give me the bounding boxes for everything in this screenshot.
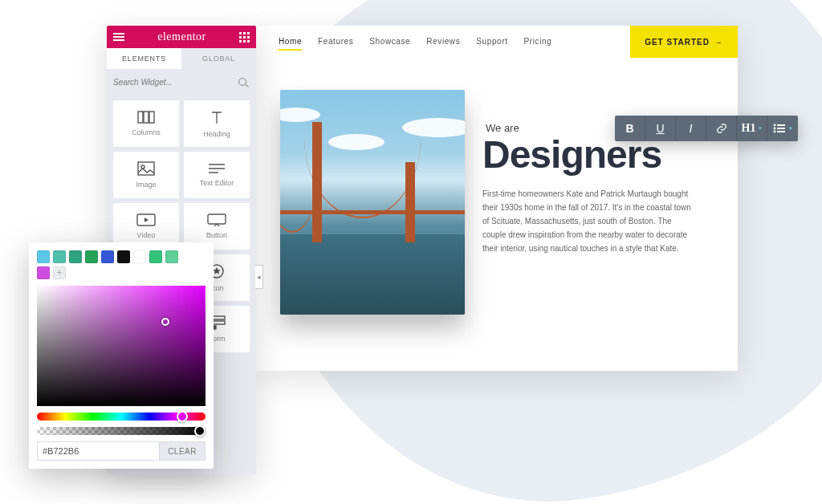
- swatch[interactable]: [53, 250, 66, 263]
- add-swatch-button[interactable]: +: [53, 266, 66, 279]
- elementor-tabs: ELEMENTS GLOBAL: [107, 48, 256, 69]
- saturation-field[interactable]: [37, 286, 206, 406]
- hamburger-icon[interactable]: [113, 33, 124, 41]
- svg-point-15: [774, 124, 776, 127]
- svg-point-19: [774, 131, 776, 133]
- alpha-slider[interactable]: [37, 427, 206, 435]
- search-input[interactable]: [113, 75, 250, 89]
- hero-body[interactable]: First-time homeowners Kate and Patrick M…: [482, 187, 691, 255]
- widget-label: Image: [136, 181, 156, 189]
- widget-label: Heading: [203, 130, 230, 138]
- svg-rect-2: [149, 112, 154, 123]
- widget-label: Text Editor: [200, 179, 234, 187]
- bold-button[interactable]: B: [615, 116, 645, 141]
- text-icon: [208, 163, 226, 174]
- swatch[interactable]: [69, 250, 82, 263]
- svg-rect-6: [208, 214, 226, 224]
- italic-button[interactable]: I: [676, 116, 706, 141]
- elementor-header: elementor: [107, 26, 256, 48]
- nav-reviews[interactable]: Reviews: [426, 34, 460, 51]
- swatch-row-1: [37, 250, 206, 263]
- widget-label: Button: [206, 231, 227, 239]
- svg-rect-20: [777, 131, 785, 132]
- swatch[interactable]: [117, 250, 130, 263]
- swatch[interactable]: [165, 250, 178, 263]
- hero-section: We are Designers First-time homeowners K…: [256, 58, 738, 331]
- swatch[interactable]: [133, 250, 146, 263]
- nav-support[interactable]: Support: [476, 34, 507, 51]
- get-started-button[interactable]: GET STARTED: [630, 26, 738, 58]
- swatch[interactable]: [101, 250, 114, 263]
- hue-handle[interactable]: [177, 411, 188, 422]
- widget-label: Video: [137, 231, 156, 239]
- widget-heading[interactable]: Heading: [184, 100, 250, 147]
- svg-rect-18: [777, 128, 785, 129]
- search-icon: [238, 78, 246, 86]
- svg-rect-16: [777, 124, 785, 126]
- video-icon: [136, 213, 156, 226]
- collapse-panel-toggle[interactable]: ◂: [255, 265, 263, 289]
- swatch[interactable]: [37, 250, 50, 263]
- saturation-handle[interactable]: [161, 318, 169, 326]
- swatch-row-2: +: [37, 266, 206, 279]
- hero-image: [280, 90, 465, 315]
- tab-global[interactable]: GLOBAL: [181, 48, 256, 69]
- clear-button[interactable]: CLEAR: [160, 441, 206, 461]
- swatch[interactable]: [37, 266, 50, 279]
- widget-text-editor[interactable]: Text Editor: [184, 152, 250, 198]
- underline-button[interactable]: U: [645, 116, 676, 141]
- nav-features[interactable]: Features: [318, 34, 353, 51]
- list-dropdown[interactable]: [767, 116, 798, 141]
- widget-image[interactable]: Image: [113, 152, 179, 198]
- svg-point-17: [774, 128, 776, 130]
- button-icon: [207, 213, 226, 226]
- widget-search: [107, 69, 256, 94]
- nav-home[interactable]: Home: [279, 34, 302, 51]
- swatch[interactable]: [85, 250, 98, 263]
- color-picker: + CLEAR: [29, 242, 214, 469]
- site-preview: HomeFeaturesShowcaseReviewsSupportPricin…: [256, 26, 738, 371]
- columns-icon: [137, 111, 155, 124]
- tab-elements[interactable]: ELEMENTS: [107, 48, 181, 69]
- apps-grid-icon[interactable]: [239, 32, 250, 43]
- svg-rect-3: [138, 162, 154, 175]
- hex-input[interactable]: [37, 441, 160, 461]
- heading-dropdown[interactable]: H1: [737, 116, 767, 141]
- widget-columns[interactable]: Columns: [113, 100, 179, 147]
- text-format-toolbar: B U I H1: [615, 116, 798, 141]
- nav-pricing[interactable]: Pricing: [524, 34, 552, 51]
- svg-rect-1: [144, 112, 149, 123]
- link-button[interactable]: [706, 116, 737, 141]
- hero-headline[interactable]: Designers: [482, 136, 714, 174]
- svg-rect-0: [138, 112, 143, 123]
- alpha-handle[interactable]: [194, 425, 206, 437]
- image-icon: [137, 161, 155, 176]
- swatch[interactable]: [149, 250, 162, 263]
- elementor-logo: elementor: [157, 30, 206, 43]
- heading-icon: [209, 109, 225, 125]
- hue-slider[interactable]: [37, 413, 206, 421]
- widget-label: Columns: [132, 128, 161, 136]
- site-nav: HomeFeaturesShowcaseReviewsSupportPricin…: [256, 26, 738, 58]
- nav-showcase[interactable]: Showcase: [369, 34, 410, 51]
